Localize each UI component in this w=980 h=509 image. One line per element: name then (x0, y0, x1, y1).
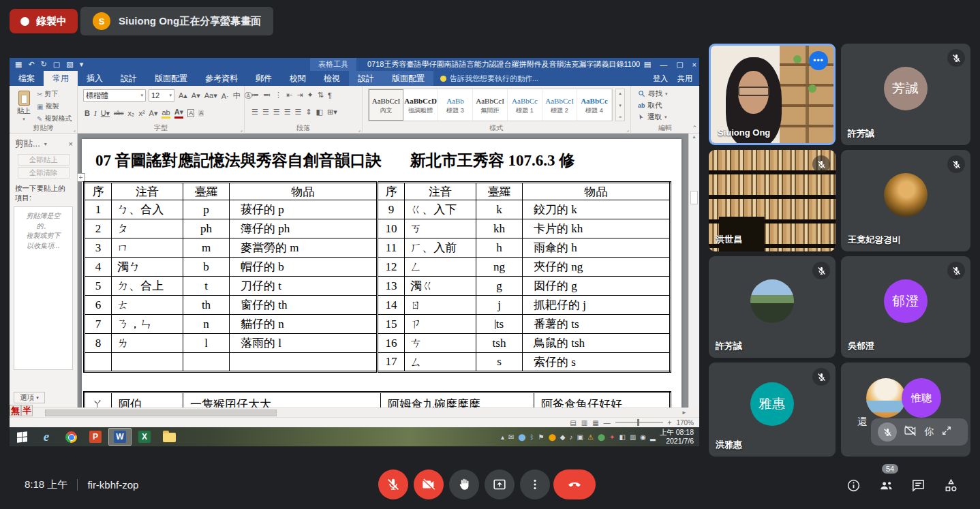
clear-all-button[interactable]: 全部清除 (18, 167, 70, 179)
select-button[interactable]: 選取▾ (638, 112, 668, 122)
font-dialog-launcher[interactable]: ⌟ (240, 127, 243, 133)
ribbon-tab-郵件[interactable]: 郵件 (247, 71, 281, 86)
highlight-icon[interactable]: ab (162, 108, 170, 119)
save-icon[interactable]: ▦ (15, 60, 22, 69)
zoom-out-icon[interactable]: — (604, 419, 611, 427)
style-標題 2[interactable]: AaBbCcI標題 2 (542, 89, 577, 121)
participant-tile-吳郁澄[interactable]: 郁澄吳郁澄 (841, 256, 970, 358)
strikethrough-icon[interactable]: abc (114, 110, 124, 117)
print-layout-icon[interactable]: ▥ (581, 419, 587, 427)
next-table-clipped[interactable]: ㄚ阿伯一隻猴囝仔大大阿姆食九碗糜糜糜阿爸食魚仔好好 (83, 391, 671, 407)
clipboard-dialog-launcher[interactable]: ⌟ (73, 127, 76, 133)
hscroll-thumb[interactable] (45, 410, 277, 416)
shrink-font-icon[interactable]: A▾ (192, 91, 200, 100)
superscript-icon[interactable]: x² (138, 109, 144, 117)
vscroll-thumb[interactable] (690, 191, 698, 204)
tray-icon-13[interactable]: ▥ (630, 433, 636, 441)
show-everyone-button[interactable] (872, 472, 900, 499)
minimize-icon[interactable]: — (660, 61, 667, 69)
ribbon-tab-常用[interactable]: 常用 (44, 71, 78, 86)
change-case-icon[interactable]: Aa▾ (204, 91, 217, 100)
ribbon-tab-參考資料[interactable]: 參考資料 (196, 71, 247, 86)
undo-icon[interactable]: ↶ (28, 60, 34, 69)
more-options-button[interactable] (520, 469, 550, 499)
table-tools-tab-設計[interactable]: 設計 (349, 71, 383, 86)
paragraph-dialog-launcher[interactable]: ⌟ (358, 127, 361, 133)
participant-tile-王竟妃왕경비[interactable]: 王竟妃왕경비 (841, 150, 970, 251)
sort-icon[interactable]: ⇅ (318, 91, 324, 99)
participant-tile-洪世昌[interactable]: 洪世昌 (709, 150, 836, 251)
camera-toggle-button[interactable] (414, 469, 444, 499)
ribbon-tab-插入[interactable]: 插入 (78, 71, 112, 86)
tray-icon-14[interactable]: ◉ (640, 433, 646, 441)
asian-layout-icon[interactable]: ✦ (307, 91, 313, 99)
paste-button[interactable]: 貼上 ▾ (12, 89, 35, 128)
taskbar-excel[interactable]: X (133, 428, 156, 446)
hscroll-right-icon[interactable]: ▸ (682, 409, 686, 416)
ribbon-options-icon[interactable]: ▤ (644, 60, 651, 69)
tray-icon-6[interactable]: ◆ (560, 433, 566, 441)
tray-icon-9[interactable]: ⚠ (587, 433, 594, 441)
self-view-controls[interactable]: 你 (871, 418, 968, 446)
ribbon-tab-設計[interactable]: 設計 (112, 71, 146, 86)
ribbon-tab-版面配置[interactable]: 版面配置 (146, 71, 196, 86)
participant-tile-許芳誠[interactable]: 許芳誠 (709, 256, 836, 358)
borders-icon[interactable]: ⊞▾ (327, 108, 337, 117)
meeting-details-button[interactable] (840, 472, 867, 499)
style-標題 1[interactable]: AaBbCc標題 1 (508, 89, 542, 121)
table-tools-tab-版面配置[interactable]: 版面配置 (383, 71, 433, 86)
clipboard-options-button[interactable]: 選項▾ (14, 392, 45, 403)
phonetic-guide-icon[interactable]: 中 (233, 91, 241, 101)
tray-icon-5[interactable]: ⬤ (549, 433, 556, 441)
find-button[interactable]: 尋找▾ (638, 89, 668, 99)
tray-icon-10[interactable]: ⬤ (598, 433, 605, 441)
taskbar-explorer[interactable] (157, 428, 181, 446)
signin-link[interactable]: 登入 (653, 74, 668, 84)
cut-button[interactable]: ✂剪下 (37, 89, 72, 99)
clear-formatting-icon[interactable]: A· (221, 92, 229, 100)
font-name-combo[interactable]: 標楷體▾ (83, 89, 146, 102)
tray-icon-2[interactable]: ⬤ (518, 433, 525, 441)
style-強調粗體[interactable]: AaBbCcD強調粗體 (403, 89, 438, 121)
taskbar-word[interactable]: W (108, 428, 132, 446)
mic-toggle-button[interactable] (378, 469, 408, 499)
font-color-icon[interactable]: A▾ (174, 108, 183, 119)
align-center-icon[interactable]: ☰ (262, 108, 269, 117)
taskbar-powerpoint[interactable]: P (84, 428, 107, 446)
pane-menu-icon[interactable]: ▾ (44, 141, 47, 147)
start-button[interactable] (10, 427, 34, 446)
copy-button[interactable]: ▣複製 (37, 102, 72, 111)
activities-button[interactable] (937, 472, 964, 499)
tray-icon-1[interactable]: ✉ (508, 433, 514, 441)
align-right-icon[interactable]: ☰ (273, 108, 280, 117)
zoom-slider[interactable] (615, 422, 663, 423)
tray-icon-3[interactable]: ᛒ (530, 433, 534, 441)
fullscreen-icon[interactable] (940, 425, 953, 439)
numbering-icon[interactable]: ≕ (263, 91, 271, 99)
justify-icon[interactable]: ☰ (284, 108, 291, 117)
participant-tile-惟聰[interactable]: 惟聰還你 (841, 363, 970, 457)
taskbar-chrome[interactable] (59, 428, 82, 446)
show-marks-icon[interactable]: ¶ (328, 91, 332, 99)
ime-indicator-半[interactable]: 半 (21, 405, 33, 416)
bullets-icon[interactable]: ≔ (251, 91, 259, 99)
participant-tile-許芳誠[interactable]: 芳誠許芳誠 (841, 44, 970, 145)
present-screen-button[interactable] (485, 469, 515, 499)
tray-icon-11[interactable]: ✦ (609, 433, 615, 441)
tile-more-options-icon[interactable]: ••• (809, 51, 828, 70)
raise-hand-button[interactable] (449, 469, 479, 499)
ime-indicator-無[interactable]: 無 (10, 405, 21, 416)
document-page[interactable]: 07 音圖謠對應記憶法與秀容自創音韻口訣 新北市王秀容 107.6.3 修 + … (82, 139, 682, 407)
redo-icon[interactable]: ↻ (41, 60, 47, 69)
tray-icon-12[interactable]: ◧ (619, 433, 625, 441)
style-無間距[interactable]: AaBbCcI無間距 (473, 89, 508, 121)
vertical-scrollbar[interactable]: ▴ (688, 134, 699, 407)
pane-close-icon[interactable]: × (69, 140, 73, 148)
tell-me-box[interactable]: 告訴我您想要執行的動作... (433, 71, 545, 86)
decrease-indent-icon[interactable]: ⇤ (286, 91, 292, 99)
new-doc-icon[interactable]: ▢ (53, 60, 60, 69)
chat-button[interactable] (904, 472, 932, 499)
multilevel-list-icon[interactable]: ⋮ (275, 91, 282, 99)
self-mic-muted-button[interactable] (878, 422, 897, 442)
distribute-icon[interactable]: ☰ (295, 108, 302, 117)
